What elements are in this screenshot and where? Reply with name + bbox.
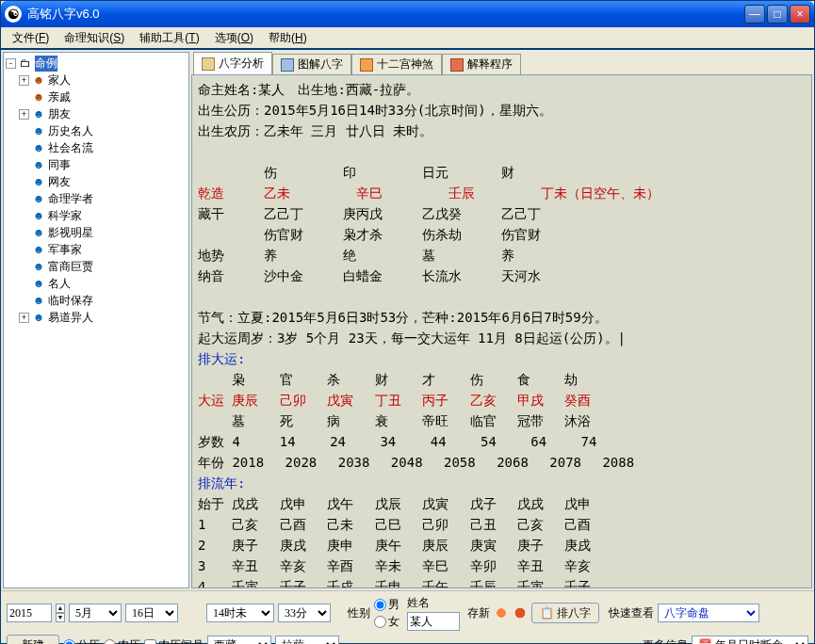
tree-item-label[interactable]: 富商巨贾: [48, 259, 93, 275]
tab-jieshi-icon: [450, 58, 464, 72]
folder-icon: 🗀: [18, 56, 33, 70]
menu-file[interactable]: 文件(F): [7, 28, 55, 48]
save-new-label: 存新: [467, 605, 490, 621]
tree-toggle[interactable]: +: [19, 109, 29, 120]
tree-item[interactable]: ☻网友: [6, 173, 187, 190]
tree-item-label[interactable]: 临时保存: [48, 293, 93, 309]
nonglirun-check[interactable]: 农历闰月: [144, 637, 204, 645]
tree-item-label[interactable]: 科学家: [48, 208, 82, 224]
tree-item[interactable]: ☻社会名流: [6, 139, 187, 156]
name-label: 姓名: [407, 595, 460, 611]
person-icon: ☻: [31, 226, 46, 239]
tree-item[interactable]: +☻朋友: [6, 105, 187, 122]
pailiunian-label: 排流年:: [198, 475, 245, 491]
menu-tools[interactable]: 辅助工具(T): [134, 28, 204, 48]
tree-item[interactable]: +☻易道异人: [6, 309, 187, 326]
gender-female-radio[interactable]: 女: [374, 614, 399, 630]
year-down[interactable]: ▼: [56, 613, 65, 622]
menu-mingli[interactable]: 命理知识(S): [58, 28, 130, 48]
tabs: 八字分析 图解八字 十二宫神煞 解释程序: [191, 52, 812, 74]
maximize-button[interactable]: □: [767, 5, 788, 24]
tree-item[interactable]: ☻科学家: [6, 207, 187, 224]
tree-item-label[interactable]: 军事家: [48, 242, 82, 258]
tree-item[interactable]: ☻同事: [6, 156, 187, 173]
tree-item-label[interactable]: 朋友: [48, 106, 71, 122]
tree-toggle[interactable]: +: [19, 75, 29, 86]
tab-bazi-analysis[interactable]: 八字分析: [193, 52, 272, 74]
person-icon: ☻: [31, 192, 46, 205]
tree-toggle-root[interactable]: -: [6, 58, 16, 69]
nongli-radio[interactable]: 农历: [104, 637, 140, 645]
moreinfo-select[interactable]: 📅 年月日时断命: [692, 636, 808, 644]
qianzao-label: 乾造: [198, 185, 224, 201]
tree-item[interactable]: ☻军事家: [6, 241, 187, 258]
gongli-radio[interactable]: 公历: [63, 637, 100, 645]
person-icon: ☻: [31, 311, 46, 324]
year-input[interactable]: [7, 604, 52, 622]
province-select[interactable]: 西藏: [207, 636, 271, 644]
tab-tujie-icon: [281, 58, 294, 72]
menu-options[interactable]: 选项(O): [209, 28, 259, 48]
minute-select[interactable]: 33分: [278, 604, 331, 622]
name-input[interactable]: [407, 612, 460, 631]
new-button[interactable]: 新建: [7, 635, 59, 644]
tree-item[interactable]: ☻影视明星: [6, 224, 187, 241]
tree-panel[interactable]: - 🗀 命例 +☻家人☻亲戚+☻朋友☻历史名人☻社会名流☻同事☻网友☻命理学者☻…: [3, 52, 189, 588]
savenew-icon[interactable]: [494, 605, 509, 620]
gender-male-radio[interactable]: 男: [374, 597, 399, 613]
paidayun-label: 排大运:: [198, 351, 245, 366]
person-icon: ☻: [31, 158, 46, 171]
tab-tujie-bazi[interactable]: 图解八字: [272, 54, 351, 74]
person-icon: ☻: [31, 107, 46, 121]
close-button[interactable]: ×: [790, 5, 810, 24]
savenew-icon-2[interactable]: [513, 605, 528, 620]
window-title: 高铭八字v6.0: [27, 6, 744, 23]
day-select[interactable]: 16日: [125, 604, 178, 622]
tree-item-label[interactable]: 社会名流: [48, 140, 93, 156]
person-icon: ☻: [31, 73, 46, 87]
tree-item[interactable]: ☻历史名人: [6, 122, 187, 139]
tab-jieshi[interactable]: 解释程序: [442, 54, 521, 74]
tab-analysis-icon: [202, 57, 215, 71]
tree-item[interactable]: ☻亲戚: [6, 89, 187, 105]
tree-item-label[interactable]: 命理学者: [48, 191, 93, 207]
city-select[interactable]: 拉萨: [275, 636, 339, 644]
person-icon: ☻: [31, 175, 46, 188]
tree-item-label[interactable]: 名人: [48, 276, 71, 292]
quickview-select[interactable]: 八字命盘: [658, 604, 759, 622]
tree-item[interactable]: ☻临时保存: [6, 292, 187, 309]
tree-item[interactable]: +☻家人: [6, 72, 187, 89]
tree-item-label[interactable]: 同事: [48, 157, 71, 173]
tree-toggle[interactable]: +: [19, 313, 29, 323]
tree-item-label[interactable]: 亲戚: [48, 89, 71, 105]
gender-label: 性别: [348, 605, 370, 621]
tree-root-label[interactable]: 命例: [35, 56, 57, 72]
person-icon: ☻: [31, 294, 46, 307]
person-icon: ☻: [31, 243, 46, 256]
app-icon: ☯: [5, 6, 22, 23]
tree-item[interactable]: ☻富商巨贾: [6, 258, 187, 275]
bottombar: ▲ ▼ 5月 16日 14时未 33分 性别 男 女 姓名 存新 📋 排八字 快…: [1, 590, 814, 643]
person-icon: ☻: [31, 141, 46, 154]
tab-shiergong[interactable]: 十二宫神煞: [351, 54, 442, 74]
tree-item-label[interactable]: 历史名人: [48, 123, 93, 139]
paibazi-button[interactable]: 📋 排八字: [531, 603, 599, 623]
tab-shiergong-icon: [360, 58, 373, 72]
analysis-panel: 命主姓名:某人 出生地:西藏-拉萨。 出生公历：2015年5月16日14时33分…: [191, 74, 812, 588]
person-icon: ☻: [31, 277, 46, 290]
hour-select[interactable]: 14时未: [206, 604, 274, 622]
tree-item-label[interactable]: 家人: [48, 72, 71, 89]
analysis-text[interactable]: 命主姓名:某人 出生地:西藏-拉萨。 出生公历：2015年5月16日14时33分…: [192, 75, 811, 588]
tree-item-label[interactable]: 易道异人: [48, 310, 93, 326]
month-select[interactable]: 5月: [69, 604, 122, 622]
quickview-label: 快速查看: [609, 605, 654, 621]
titlebar: ☯ 高铭八字v6.0 — □ ×: [1, 1, 814, 27]
year-up[interactable]: ▲: [56, 604, 65, 613]
minimize-button[interactable]: —: [744, 5, 765, 24]
person-icon: ☻: [31, 90, 46, 104]
tree-item[interactable]: ☻命理学者: [6, 190, 187, 207]
tree-item[interactable]: ☻名人: [6, 275, 187, 292]
tree-item-label[interactable]: 网友: [48, 174, 71, 190]
menu-help[interactable]: 帮助(H): [263, 28, 313, 48]
tree-item-label[interactable]: 影视明星: [48, 225, 93, 241]
